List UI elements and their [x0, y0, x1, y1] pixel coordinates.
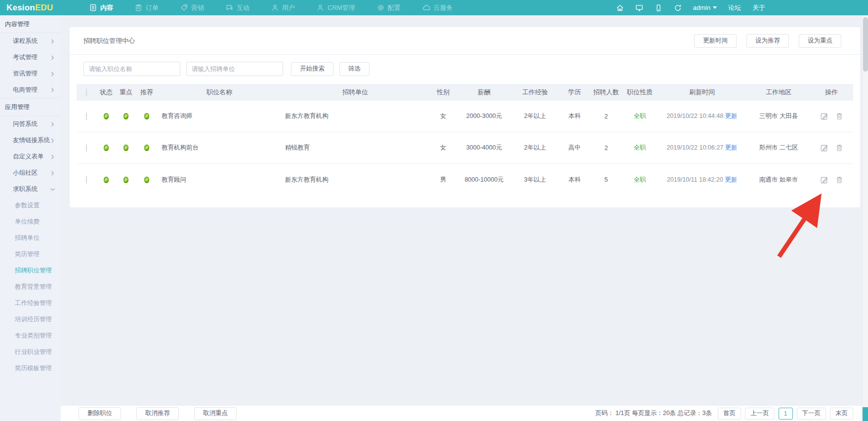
featured-ok-icon[interactable]: ✓: [124, 145, 128, 151]
sidebar-sub-recruiting-units[interactable]: 招聘单位: [0, 230, 61, 246]
scrollbar-thumb[interactable]: [863, 17, 868, 72]
next-page-button[interactable]: 下一页: [797, 408, 827, 420]
sidebar-sub-education-background[interactable]: 教育背景管理: [0, 279, 61, 295]
sidebar-sub-training-history[interactable]: 培训经历管理: [0, 311, 61, 328]
sidebar-item-custom-forms[interactable]: 自定义表单: [0, 149, 61, 165]
table-header: 状态 重点 推荐 职位名称 招聘单位 性别 薪酬 工作经验 学历 招聘人数 职位…: [77, 84, 853, 101]
job-name: 教育顾问: [158, 176, 281, 184]
delete-job-button[interactable]: 删除职位: [79, 407, 121, 420]
last-page-button[interactable]: 末页: [830, 408, 853, 420]
nav-item-orders[interactable]: 订单: [135, 3, 159, 12]
cancel-featured-button[interactable]: 取消重点: [194, 407, 237, 420]
sidebar-sub-resume-management[interactable]: 简历管理: [0, 246, 61, 263]
job-name-input[interactable]: [83, 62, 180, 76]
footer-bar: 删除职位 取消推荐 取消重点 页码： 1/1页 每页显示：20条 总记录：3条 …: [61, 406, 862, 421]
nav-item-content[interactable]: 内容: [89, 3, 113, 12]
chevron-right-icon: [50, 171, 55, 176]
col-featured: 重点: [116, 88, 136, 97]
recommend-ok-icon[interactable]: ✓: [144, 145, 149, 151]
search-button[interactable]: 开始搜索: [291, 62, 333, 76]
select-all-checkbox[interactable]: [86, 88, 87, 97]
update-time-button[interactable]: 更新时间: [694, 34, 737, 48]
sidebar-item-exam-management[interactable]: 考试管理: [0, 49, 61, 66]
col-operations: 操作: [811, 88, 852, 97]
sidebar-sub-parameter-settings[interactable]: 参数设置: [0, 197, 61, 214]
home-icon[interactable]: [616, 4, 624, 12]
mobile-icon[interactable]: [655, 4, 662, 12]
cloud-icon: [422, 4, 430, 11]
recommend-ok-icon[interactable]: ✓: [144, 113, 149, 119]
edit-icon[interactable]: [820, 176, 828, 184]
about-link[interactable]: 关于: [752, 3, 765, 12]
sidebar-sub-industry-occupation[interactable]: 行业职业管理: [0, 344, 61, 360]
sidebar-sub-unit-renewal[interactable]: 单位续费: [0, 214, 61, 230]
sidebar-item-course-system[interactable]: 课程系统: [0, 33, 61, 49]
prev-page-button[interactable]: 上一页: [745, 408, 775, 420]
nav-item-users[interactable]: 用户: [271, 3, 295, 12]
filter-button[interactable]: 筛选: [339, 62, 370, 76]
trash-icon[interactable]: [835, 176, 843, 184]
job-name: 教育咨询师: [158, 112, 281, 120]
sidebar-item-job-system[interactable]: 求职系统: [0, 181, 61, 197]
chevron-right-icon: [50, 138, 55, 143]
featured-ok-icon[interactable]: ✓: [124, 177, 128, 183]
work-area: 三明市 大田县: [746, 112, 811, 120]
company-input[interactable]: [186, 62, 283, 76]
col-area: 工作地区: [746, 88, 811, 97]
status-ok-icon[interactable]: ✓: [104, 113, 109, 119]
sidebar-item-label: 自定义表单: [13, 153, 44, 161]
status-ok-icon[interactable]: ✓: [104, 145, 109, 151]
sidebar-item-group-community[interactable]: 小组社区: [0, 165, 61, 181]
nav-item-settings[interactable]: 配置: [377, 3, 401, 12]
forum-link[interactable]: 论坛: [728, 3, 741, 12]
sidebar-item-friend-links[interactable]: 友情链接系统: [0, 132, 61, 149]
sidebar-item-ecommerce-management[interactable]: 电商管理: [0, 82, 61, 98]
gender: 男: [429, 176, 457, 184]
nav-item-crm[interactable]: CRM管理: [317, 3, 355, 12]
sidebar-item-qa-system[interactable]: 问答系统: [0, 116, 61, 132]
recommend-ok-icon[interactable]: ✓: [144, 177, 149, 183]
sidebar-item-label: 资讯管理: [13, 70, 38, 78]
status-ok-icon[interactable]: ✓: [104, 177, 109, 183]
refresh-link[interactable]: 更新: [725, 113, 738, 119]
set-recommend-button[interactable]: 设为推荐: [746, 34, 789, 48]
trash-icon[interactable]: [835, 144, 843, 152]
salary: 3000-4000元: [457, 144, 511, 152]
nav-item-interaction[interactable]: 互动: [226, 3, 249, 12]
row-checkbox[interactable]: [86, 176, 87, 184]
edit-icon[interactable]: [820, 112, 828, 120]
row-checkbox[interactable]: [86, 144, 87, 152]
sidebar-item-label: 问答系统: [13, 120, 38, 128]
nav-item-marketing[interactable]: 营销: [180, 3, 204, 12]
scroll-corner-button[interactable]: [863, 407, 868, 421]
nav-item-cloud[interactable]: 云服务: [422, 3, 453, 12]
sidebar-sub-job-position-management[interactable]: 招聘职位管理: [0, 263, 61, 279]
main-panel: 招聘职位管理中心 更新时间 设为推荐 设为重点 开始搜索 筛选 状态 重点 推荐…: [70, 27, 860, 207]
monitor-icon[interactable]: [635, 4, 643, 12]
sidebar-sub-resume-template[interactable]: 简历模板管理: [0, 360, 61, 377]
experience: 2年以上: [511, 112, 559, 120]
company-name: 精锐教育: [281, 144, 429, 152]
current-page-button[interactable]: 1: [779, 408, 793, 420]
sidebar-sub-major-category[interactable]: 专业类别管理: [0, 328, 61, 344]
first-page-button[interactable]: 首页: [718, 408, 741, 420]
refresh-link[interactable]: 更新: [725, 144, 738, 151]
recruit-count: 2: [590, 145, 622, 152]
refresh-time: 2019/10/22 10:44:48: [666, 113, 723, 119]
edit-icon[interactable]: [820, 144, 828, 152]
refresh-icon[interactable]: [674, 4, 682, 12]
sidebar-sub-work-experience[interactable]: 工作经验管理: [0, 295, 61, 311]
featured-ok-icon[interactable]: ✓: [124, 113, 128, 119]
row-checkbox[interactable]: [86, 113, 87, 120]
nav-label: 内容: [100, 3, 113, 12]
table-body: ✓ ✓ ✓ 教育咨询师 新东方教育机构 女 2000-3000元 2年以上 本科…: [77, 101, 853, 195]
work-area: 郑州市 二七区: [746, 144, 811, 152]
refresh-link[interactable]: 更新: [725, 176, 737, 183]
app-logo: KesionEDU: [0, 3, 61, 13]
cancel-recommend-button[interactable]: 取消推荐: [136, 407, 179, 420]
trash-icon[interactable]: [835, 112, 843, 120]
scrollbar[interactable]: [862, 15, 868, 421]
user-menu[interactable]: admin: [693, 4, 717, 11]
set-featured-button[interactable]: 设为重点: [799, 34, 841, 48]
sidebar-item-news-management[interactable]: 资讯管理: [0, 66, 61, 82]
